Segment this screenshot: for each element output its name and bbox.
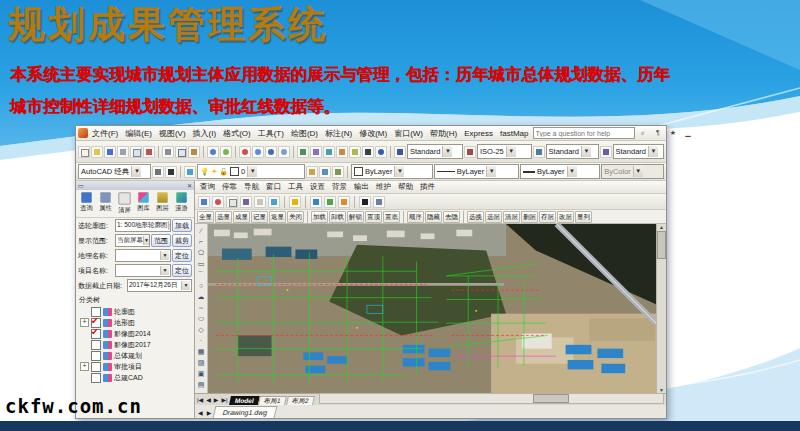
- menu-express[interactable]: Express: [461, 129, 496, 138]
- tree-item-cad[interactable]: + 总规CAD: [78, 372, 192, 383]
- checkbox[interactable]: [91, 340, 101, 350]
- workspace-combo[interactable]: AutoCAD 经典 ▼: [78, 164, 151, 179]
- palette-titlebar[interactable]: ▭ ✕: [76, 181, 194, 190]
- imenu-background[interactable]: 背景: [329, 182, 350, 192]
- tab-last-icon[interactable]: ▶|: [220, 396, 228, 405]
- table-style-icon[interactable]: [533, 146, 545, 158]
- tab-next-icon[interactable]: ▶: [213, 396, 220, 405]
- imenu-dock[interactable]: 停靠: [219, 182, 240, 192]
- btn-order[interactable]: 顺序: [407, 211, 424, 223]
- chevron-down-icon[interactable]: ▼: [648, 146, 658, 157]
- dark-view-icon[interactable]: [359, 196, 371, 208]
- marker-icon[interactable]: [289, 196, 301, 208]
- table-style-combo[interactable]: Standard ▼: [546, 144, 599, 159]
- clear-screen-button[interactable]: 清屏: [115, 192, 133, 215]
- revcloud-tool-icon[interactable]: ☁: [198, 291, 205, 302]
- chevron-down-icon[interactable]: ▼: [581, 146, 591, 157]
- imenu-window[interactable]: 窗口: [263, 182, 284, 192]
- btn-send-bottom[interactable]: 置底: [383, 211, 400, 223]
- star-icon[interactable]: ★: [667, 127, 680, 139]
- new-icon[interactable]: [78, 146, 90, 158]
- vertical-scroll-thumb[interactable]: [657, 231, 666, 259]
- chevron-down-icon[interactable]: ▼: [160, 251, 169, 260]
- locate-button-2[interactable]: 定位: [172, 264, 192, 277]
- tab-first-icon[interactable]: |◀: [196, 396, 204, 405]
- chevron-down-icon[interactable]: ▼: [567, 166, 577, 177]
- make-object-layer-icon[interactable]: [306, 166, 318, 178]
- imenu-help[interactable]: 帮助: [395, 182, 416, 192]
- layer-properties-icon[interactable]: [184, 166, 196, 178]
- spline-tool-icon[interactable]: ∼: [198, 302, 204, 313]
- workspace-save-icon[interactable]: [165, 166, 177, 178]
- point-tool-icon[interactable]: ·: [200, 335, 202, 346]
- insert-block-icon[interactable]: ◇: [198, 324, 203, 335]
- btn-close[interactable]: 关闭: [287, 211, 304, 223]
- menu-window[interactable]: 窗口(W): [391, 128, 426, 139]
- minimize-icon[interactable]: ▁: [682, 127, 695, 139]
- designcenter-icon[interactable]: [310, 146, 322, 158]
- menu-insert[interactable]: 插入(I): [190, 128, 220, 139]
- cut-icon[interactable]: [162, 146, 174, 158]
- layer-previous-icon[interactable]: [319, 166, 331, 178]
- btn-unlock[interactable]: 解锁: [347, 211, 364, 223]
- rectangle-tool-icon[interactable]: ▭: [198, 258, 205, 269]
- clip-button[interactable]: 裁剪: [172, 234, 192, 247]
- palette-green-icon[interactable]: [324, 196, 336, 208]
- qcalc-icon[interactable]: [362, 146, 374, 158]
- menu-modify[interactable]: 修改(M): [356, 128, 390, 139]
- chevron-down-icon[interactable]: ▼: [131, 166, 141, 177]
- select-query-icon[interactable]: [198, 196, 210, 208]
- btn-unload[interactable]: 卸载: [329, 211, 346, 223]
- doc-query-icon[interactable]: [254, 196, 266, 208]
- menu-edit[interactable]: 编辑(E): [122, 128, 155, 139]
- imenu-maintain[interactable]: 维护: [373, 182, 394, 192]
- doc-prev-icon[interactable]: ◀: [197, 409, 204, 418]
- workspace-settings-icon[interactable]: [152, 166, 164, 178]
- horizontal-scroll-thumb[interactable]: [533, 394, 569, 403]
- ellipse-tool-icon[interactable]: ⬭: [198, 313, 204, 324]
- help-search-input[interactable]: [533, 127, 635, 139]
- gradient-tool-icon[interactable]: ▨: [198, 357, 205, 368]
- window-view-icon[interactable]: [373, 196, 385, 208]
- menu-fastmap[interactable]: fastMap: [497, 129, 531, 138]
- query-tool-button[interactable]: 查询: [77, 192, 95, 215]
- color-control-combo[interactable]: ByLayer ▼: [351, 164, 433, 179]
- imenu-query[interactable]: 查询: [197, 182, 218, 192]
- imenu-output[interactable]: 输出: [351, 182, 372, 192]
- layers-tool-button[interactable]: 图层: [153, 192, 171, 215]
- layout2-tab[interactable]: 布局2: [286, 396, 315, 405]
- dim-style-combo[interactable]: ISO-25 ▼: [477, 144, 532, 159]
- palette-orange-icon[interactable]: [338, 196, 350, 208]
- chevron-down-icon[interactable]: ▼: [442, 146, 452, 157]
- btn-show-all[interactable]: 全显: [197, 211, 214, 223]
- display-range-combo[interactable]: 当前屏幕 ▼: [115, 234, 150, 247]
- zoom-realtime-icon[interactable]: [252, 146, 264, 158]
- btn-select-layer[interactable]: 选层: [485, 211, 502, 223]
- layer-states-icon[interactable]: [332, 166, 344, 178]
- pline-tool-icon[interactable]: ⌐: [199, 236, 203, 247]
- btn-load[interactable]: 加载: [311, 211, 328, 223]
- btn-delete-layer[interactable]: 删层: [521, 211, 538, 223]
- phone-query-icon[interactable]: [240, 196, 252, 208]
- publish-icon[interactable]: [143, 146, 155, 158]
- imenu-tools[interactable]: 工具: [285, 182, 306, 192]
- layer-combo[interactable]: 💡 ☀ 🔓 0 ▼: [197, 164, 305, 179]
- chevron-down-icon[interactable]: ▼: [143, 236, 149, 245]
- line-tool-icon[interactable]: ∕: [200, 225, 201, 236]
- tree-item-image2014[interactable]: + 影像图2014: [78, 328, 192, 339]
- mleader-style-combo[interactable]: Standard ▼: [613, 144, 664, 159]
- btn-show-back[interactable]: 返显: [269, 211, 286, 223]
- rect-query-icon[interactable]: [226, 196, 238, 208]
- properties-tool-button[interactable]: 属性: [96, 192, 114, 215]
- document-tab[interactable]: Drawing1.dwg: [213, 406, 278, 418]
- pan-icon[interactable]: [239, 146, 251, 158]
- redo-icon[interactable]: [220, 146, 232, 158]
- paste-icon[interactable]: [188, 146, 200, 158]
- chevron-down-icon[interactable]: ▼: [168, 221, 171, 230]
- expander-icon[interactable]: +: [80, 362, 89, 371]
- menu-format[interactable]: 格式(O): [220, 128, 254, 139]
- chevron-down-icon[interactable]: ▼: [160, 266, 169, 275]
- btn-select-switch[interactable]: 选换: [467, 211, 484, 223]
- contour-map-combo[interactable]: 1: 500地形轮廓图 ▼: [115, 219, 171, 232]
- tree-item-approval[interactable]: + 审批项目: [78, 361, 192, 372]
